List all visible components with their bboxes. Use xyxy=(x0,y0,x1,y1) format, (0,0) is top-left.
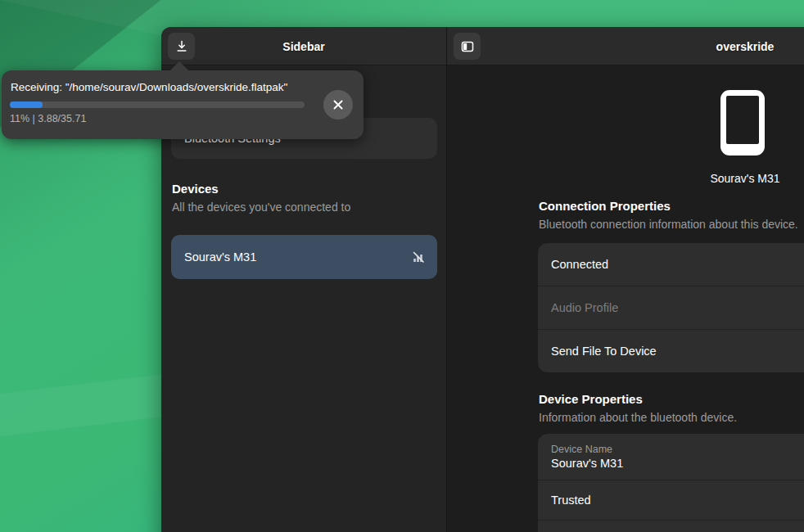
row-send-file-label: Send File To Device xyxy=(551,345,657,358)
row-connected[interactable]: Connected xyxy=(538,243,804,286)
main-headerbar: overskride xyxy=(447,27,804,65)
toast-title: Receiving: "/home/sourav/Downloads/overs… xyxy=(11,81,322,93)
receive-files-button[interactable] xyxy=(168,33,195,60)
device-name-label: Device Name xyxy=(551,444,612,455)
sidebar-headerbar: Sidebar xyxy=(161,27,446,65)
row-audio-profile-label: Audio Profile xyxy=(551,301,618,314)
devices-header: Devices xyxy=(172,182,219,196)
row-send-file-to-device[interactable]: Send File To Device xyxy=(538,330,804,372)
download-icon xyxy=(175,40,188,53)
connection-properties-card: Connected Audio Profile Send File To Dev… xyxy=(538,243,804,372)
device-properties-header: Device Properties xyxy=(539,392,643,406)
app-title: overskride xyxy=(447,27,804,65)
receive-progress-popover: Receiving: "/home/sourav/Downloads/overs… xyxy=(2,70,364,139)
connection-properties-subtitle: Bluetooth connection information about t… xyxy=(539,218,798,231)
device-row-souravs-m31[interactable]: Sourav's M31 xyxy=(171,235,437,279)
row-trusted-label: Trusted xyxy=(551,494,591,507)
device-name-value: Sourav's M31 xyxy=(551,457,623,470)
sidebar-title: Sidebar xyxy=(161,27,446,65)
progress-bar xyxy=(10,101,305,108)
signal-strength-none-icon xyxy=(411,250,426,264)
device-properties-subtitle: Information about the bluetooth device. xyxy=(539,411,737,424)
devices-subtitle: All the devices you've connected to xyxy=(172,201,350,214)
row-connected-label: Connected xyxy=(551,258,608,271)
sidebar-toggle-icon xyxy=(461,40,474,53)
main-pane: overskride Sourav's M31 Connection Prope… xyxy=(447,27,804,532)
row-audio-profile[interactable]: Audio Profile xyxy=(538,286,804,329)
device-row-label: Sourav's M31 xyxy=(184,250,256,264)
phone-icon xyxy=(720,90,765,156)
toggle-sidebar-button[interactable] xyxy=(454,33,481,60)
device-properties-card: Device Name Sourav's M31 Trusted xyxy=(538,434,804,532)
toast-status: 11% | 3.88/35.71 xyxy=(10,113,86,124)
row-partial[interactable] xyxy=(538,521,804,532)
close-icon xyxy=(332,99,344,110)
close-button[interactable] xyxy=(323,90,353,119)
progress-fill xyxy=(10,101,43,108)
popover-arrow xyxy=(170,61,188,70)
row-device-name[interactable]: Device Name Sourav's M31 xyxy=(538,434,804,480)
connection-properties-header: Connection Properties xyxy=(539,199,671,213)
row-trusted[interactable]: Trusted xyxy=(538,480,804,520)
hero-device-name: Sourav's M31 xyxy=(447,172,804,185)
